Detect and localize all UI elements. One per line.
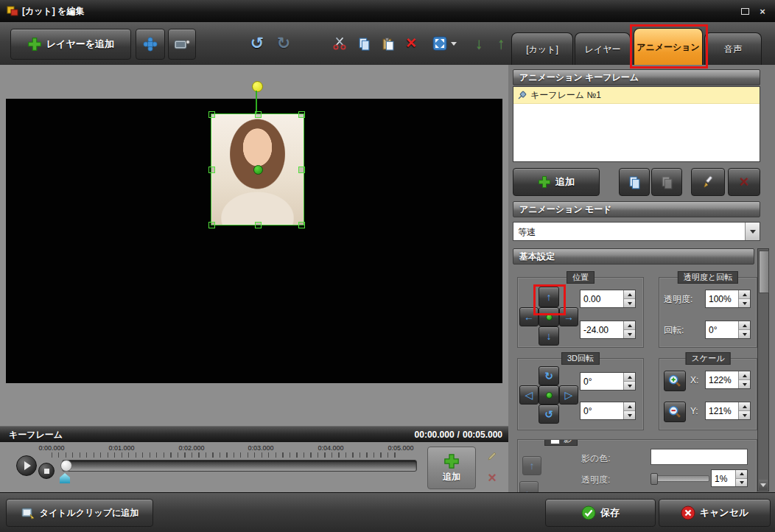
zoom-in-button[interactable] (664, 371, 686, 391)
position-x-field[interactable]: 0.00 (580, 290, 636, 308)
style-brush-button[interactable] (691, 168, 725, 196)
rotate-3d-right-button[interactable]: ▷ (559, 385, 578, 405)
shadow-opacity-slider[interactable] (650, 475, 709, 482)
spin-down-button[interactable] (624, 329, 635, 338)
rotation-3d-x-field[interactable]: 0° (580, 372, 636, 391)
rotate-3d-down-button[interactable]: ↺ (539, 405, 559, 424)
settings-scrollbar[interactable] (757, 248, 769, 491)
spin-down-button[interactable] (739, 329, 750, 338)
clip-properties-button[interactable] (168, 29, 196, 60)
save-button[interactable]: 保存 (545, 499, 656, 527)
undo-icon[interactable]: ↺ (245, 30, 270, 57)
move-left-button[interactable]: ← (519, 307, 539, 326)
spin-up-button[interactable] (739, 290, 750, 298)
keyframe-marker[interactable] (60, 473, 70, 483)
move-up-icon[interactable]: ↑ (491, 32, 511, 55)
minimize-button[interactable] (738, 5, 751, 17)
scrollbar-down-button[interactable] (759, 480, 768, 490)
spin-up-button[interactable] (736, 470, 747, 478)
footer-bar: タイトルクリップに追加 保存 キャンセル (0, 492, 775, 532)
keyframe-list[interactable]: キーフレーム №1 (513, 86, 760, 162)
spin-up-button[interactable] (624, 373, 635, 381)
anchor-point[interactable] (253, 165, 263, 175)
cut-icon[interactable] (329, 32, 351, 55)
rotate-3d-up-button[interactable]: ↻ (539, 366, 559, 385)
selection-handle[interactable] (298, 222, 305, 228)
opacity-rotation-group: 透明度と回転 透明度: 100% 回転: 0° (659, 277, 757, 348)
spin-up-button[interactable] (624, 402, 635, 410)
spin-down-button[interactable] (624, 298, 635, 307)
spin-up-button[interactable] (739, 402, 750, 410)
time-total: 00:05.000 (463, 430, 502, 440)
timeline-thumb[interactable] (60, 460, 72, 472)
scrollbar-thumb[interactable] (759, 251, 769, 293)
spin-up-button[interactable] (624, 321, 635, 329)
tab-animation[interactable]: アニメーション (634, 28, 703, 66)
spin-down-button[interactable] (739, 379, 750, 388)
delete-keyframe-button[interactable]: × (728, 168, 760, 196)
opacity-field[interactable]: 100% (705, 290, 751, 308)
cancel-button[interactable]: キャンセル (659, 499, 771, 527)
selection-handle[interactable] (298, 111, 305, 118)
move-down-icon[interactable]: ↓ (469, 32, 489, 55)
move-down-button[interactable]: ↓ (539, 326, 559, 346)
shadow-opacity-slider-thumb[interactable] (650, 473, 658, 485)
layer-image[interactable] (211, 114, 304, 225)
timeline-track[interactable] (62, 460, 417, 472)
rotation-3d-y-field[interactable]: 0° (580, 402, 636, 420)
add-plus-icon (538, 175, 551, 189)
motion-path-point[interactable] (252, 81, 263, 92)
position-y-field[interactable]: -24.00 (580, 321, 636, 339)
mode-dropdown-button[interactable] (745, 223, 760, 240)
rotation-field[interactable]: 0° (705, 321, 751, 339)
selection-handle[interactable] (208, 222, 215, 228)
paste-keyframe-button[interactable] (651, 168, 682, 196)
copy-keyframe-button[interactable] (619, 168, 650, 196)
delete-icon[interactable]: × (400, 30, 422, 55)
copy-icon[interactable] (353, 32, 375, 55)
fit-screen-button[interactable] (427, 32, 461, 55)
add-layer-button[interactable]: レイヤーを追加 (10, 29, 131, 60)
add-keyframe-button[interactable]: 追加 (513, 168, 600, 196)
spin-down-button[interactable] (736, 478, 747, 487)
move-right-button[interactable]: → (559, 307, 578, 326)
scale-x-field[interactable]: 122% (705, 371, 751, 389)
keyframe-list-item[interactable]: キーフレーム №1 (513, 87, 760, 104)
tab-audio[interactable]: 音声 (704, 32, 762, 66)
shadow-checkbox[interactable] (550, 439, 560, 444)
shadow-opacity-field[interactable]: 1% (711, 469, 748, 487)
rotate-3d-center-button[interactable] (539, 385, 559, 405)
selection-handle[interactable] (208, 111, 215, 118)
tab-layer[interactable]: レイヤー (575, 32, 631, 66)
transitions-button[interactable] (136, 29, 165, 60)
timeline-add-keyframe-button[interactable]: 追加 (427, 447, 476, 489)
zoom-out-button[interactable] (664, 402, 686, 422)
shadow-color-swatch[interactable] (650, 449, 748, 465)
animation-mode-select[interactable]: 等速 (513, 222, 760, 241)
tab-cut[interactable]: [カット] (511, 32, 573, 66)
stop-button[interactable] (38, 463, 55, 479)
spin-up-button[interactable] (739, 321, 750, 329)
spin-up-button[interactable] (624, 290, 635, 298)
close-button[interactable]: × (756, 5, 769, 17)
scale-y-field[interactable]: 121% (705, 402, 751, 420)
rotate-3d-left-button[interactable]: ◁ (519, 385, 539, 405)
selection-handle[interactable] (208, 167, 215, 173)
move-up-button[interactable]: ↑ (539, 287, 559, 307)
center-position-button[interactable] (539, 307, 559, 326)
shadow-offset-up-button[interactable]: ↑ (522, 456, 541, 475)
spin-down-button[interactable] (624, 381, 635, 390)
selection-handle[interactable] (255, 222, 262, 228)
selection-handle[interactable] (298, 167, 305, 173)
selection-handle[interactable] (255, 111, 262, 118)
spin-down-button[interactable] (624, 410, 635, 419)
add-title-clip-button[interactable]: タイトルクリップに追加 (6, 499, 153, 527)
spin-up-button[interactable] (739, 371, 750, 379)
delete-keyframe-marker-button[interactable]: × (480, 469, 504, 487)
spin-down-button[interactable] (739, 298, 750, 307)
edit-keyframe-button[interactable] (480, 447, 504, 465)
paste-icon[interactable] (376, 32, 399, 55)
spin-down-button[interactable] (739, 410, 750, 419)
play-button[interactable] (16, 455, 37, 476)
redo-icon[interactable]: ↻ (271, 30, 296, 57)
